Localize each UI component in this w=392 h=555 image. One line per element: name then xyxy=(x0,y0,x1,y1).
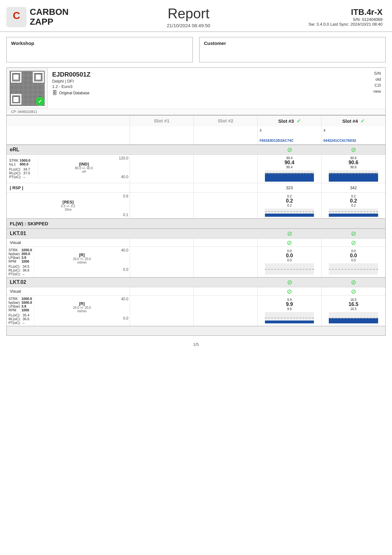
erl-slot4-check: ⊘ xyxy=(322,145,385,154)
slot4-res-top: 0.2 xyxy=(351,195,356,198)
lkt02-slot4-mid: 16.5 xyxy=(348,302,358,307)
slot4-serial: 5442241CC6176D32 xyxy=(323,139,383,142)
page-footer: 1/5 xyxy=(0,342,392,350)
rsp-label: [ RSP ] xyxy=(7,183,130,192)
res-slot1 xyxy=(130,193,194,218)
lkt01-data-row: STRK hp(bar) LP(bar) RPM 1000.0 200.0 3.… xyxy=(7,247,385,277)
customer-label: Customer xyxy=(204,41,381,46)
slot3-res-bot: 0.2 xyxy=(287,204,292,207)
lkt01-visual-slot1 xyxy=(130,239,194,246)
lkt01-spec-unit: ml/min xyxy=(35,261,128,264)
slots-header: Slot #1 Slot #2 Slot #3 ✓ Slot #4 ✓ xyxy=(6,115,386,127)
lkt01-slot3-check: ⊘ xyxy=(258,229,322,238)
lkt01-slot2-check xyxy=(194,229,258,238)
lkt02-slot2-check xyxy=(194,278,258,287)
lkt01-scale-max: 40.0 xyxy=(35,248,128,253)
header-right: ITB.4r-X S/N: 012404069 Sw: 3.4.0.0 Last… xyxy=(309,7,383,27)
lkt01-cond-row1: STRK hp(bar) LP(bar) RPM 1000.0 200.0 3.… xyxy=(9,248,32,263)
slot4-res-bot: 0.2 xyxy=(351,204,356,207)
lkt01-slot3-data: 0.0 0.0 0.0 xyxy=(258,247,322,277)
slot2-header: Slot #2 xyxy=(194,115,258,127)
lkt02-temp-values: 35.4 36.6 – xyxy=(23,313,29,325)
lkt01-visual-slot3: ⊘ xyxy=(258,239,322,246)
lkt02-slot4-data: 16.5 16.5 16.5 xyxy=(322,296,385,326)
res-scale-max: 0.6 xyxy=(8,194,128,198)
injector-top: ✓ EJDR00501Z Delphi | DFI 1.2 - Euro3 🗄 … xyxy=(7,68,385,109)
ind-range: 80.0 +/- 40.0 xyxy=(40,166,128,170)
cp-row: CP: 0445010811 xyxy=(7,109,385,115)
erl-res-left: 0.6 [RES] 0.3 +/- 0.2 Ohm 0.1 xyxy=(7,193,130,218)
lkt01-temp-values: 34.5 36.6 – xyxy=(23,265,29,276)
slot3-number: 3 xyxy=(260,128,319,132)
sn-label: S/N xyxy=(364,71,381,76)
lkt02-title-row: LKT.02 ⊘ ⊘ xyxy=(7,278,385,287)
erl-res-spec: 0.6 [RES] 0.3 +/- 0.2 Ohm 0.1 xyxy=(7,193,130,218)
lkt02-slot1-check xyxy=(130,278,194,287)
lkt01-slot4-dashed xyxy=(329,269,378,270)
qr-check-icon: ✓ xyxy=(36,97,45,106)
lkt01-spec: 40.0 [R] 20.0 +/- 20.0 ml/min 0.0 xyxy=(34,247,130,277)
lkt01-visual-slot2 xyxy=(194,239,258,246)
erl-ind-slot1 xyxy=(130,155,194,183)
svg-text:C: C xyxy=(13,10,20,21)
lkt02-slot4-top: 16.5 xyxy=(350,298,356,302)
slot3-check-icon: ✓ xyxy=(297,118,301,124)
slot3-res-bar xyxy=(265,214,314,216)
lkt02-slot2 xyxy=(194,296,258,326)
lkt02-spec-unit: ml/min xyxy=(35,309,128,313)
res-unit: Ohm xyxy=(8,208,128,211)
workshop-label: Workshop xyxy=(11,41,188,46)
database-label: Original Database xyxy=(59,91,89,95)
report-date: 21/10/2024 08:49:50 xyxy=(167,23,211,28)
strk-values: 1000.0 900.0 xyxy=(20,159,30,166)
lkt02-spec: 40.0 [R] 20.0 +/- 20.0 ml/min 0.0 xyxy=(34,296,130,326)
lkt02-visual-slot1 xyxy=(130,287,194,295)
erl-ind-left: STRK Inj.1 1000.0 900.0 FL(oC): RL xyxy=(7,155,130,183)
lkt01-slot3-mid: 0.0 xyxy=(286,253,293,259)
lkt02-slot3-dashed xyxy=(265,318,314,318)
lkt01-slot4-chart xyxy=(329,263,378,275)
slot3-header: Slot #3 ✓ xyxy=(258,115,322,127)
slot3-res-dashed xyxy=(265,211,314,212)
lkt02-section: LKT.02 ⊘ ⊘ Visual ⊘ ⊘ xyxy=(6,278,386,326)
lkt02-slot4-check: ⊘ xyxy=(322,278,385,287)
slot-serials-grid: 3 F84183D13D2AC74C 4 5442241CC6176D32 xyxy=(7,127,385,145)
lkt02-scale-min: 0.0 xyxy=(35,316,128,321)
lkt02-slot4-chart xyxy=(329,312,378,323)
database-row: 🗄 Original Database xyxy=(52,90,356,96)
lkt01-slot4-mid: 0.0 xyxy=(350,253,357,259)
header-center: Report 21/10/2024 08:49:50 xyxy=(167,6,211,28)
cp-value: CP: 0445010811 xyxy=(11,110,37,114)
slot4-res-chart xyxy=(329,209,378,217)
res-range: 0.3 +/- 0.2 xyxy=(8,204,128,208)
lkt01-title: LKT.01 xyxy=(7,229,130,238)
lkt02-spec-range: 20.0 +/- 20.0 xyxy=(35,306,128,309)
lkt01-slot3-bot: 0.0 xyxy=(287,259,292,262)
erl-title: eRL xyxy=(7,145,130,154)
slot4-ind-bar xyxy=(329,173,378,182)
lkt02-slot3-mid: 9.9 xyxy=(286,302,293,307)
lkt02-left: STRK hp(bar) LP(bar) RPM 1000.0 1600.0 3… xyxy=(7,296,130,326)
slot3-value-area: 3 F84183D13D2AC74C xyxy=(258,127,322,144)
lkt01-visual-label: Visual xyxy=(7,239,130,246)
lkt01-slot3-chart xyxy=(265,263,314,275)
lkt01-slot3-top: 0.0 xyxy=(287,249,292,253)
lkt02-visual-slot3: ⊘ xyxy=(258,287,322,295)
lkt01-temp-labels: FL(oC): RL(oC): PT(oC): xyxy=(9,265,21,276)
lkt01-section: LKT.01 ⊘ ⊘ Visual ⊘ ⊘ xyxy=(6,229,386,278)
slot4-ind-chart xyxy=(329,170,378,182)
svg-rect-7 xyxy=(14,97,19,102)
lkt02-visual-slot4: ⊘ xyxy=(322,287,385,295)
lkt01-spec-label: [R] xyxy=(35,253,128,257)
fl-skipped-section: FL(W) : SKIPPED xyxy=(6,219,386,229)
slot3-res-mid: 0.2 xyxy=(286,198,293,204)
ind-scale-min: 40.0 xyxy=(40,175,128,179)
lkt02-title: LKT.02 xyxy=(7,278,130,287)
lkt02-conditions: STRK hp(bar) LP(bar) RPM 1000.0 1600.0 3… xyxy=(7,296,34,326)
lkt02-slot3-bot: 9.9 xyxy=(287,307,292,311)
slot4-value-area: 4 5442241CC6176D32 xyxy=(322,127,385,144)
lkt02-cond-labels: STRK hp(bar) LP(bar) RPM xyxy=(9,297,20,312)
slot4-header: Slot #4 ✓ xyxy=(322,115,385,127)
sn-c2i: C2I xyxy=(364,83,381,88)
lkt02-slot3-top: 9.9 xyxy=(287,298,292,302)
